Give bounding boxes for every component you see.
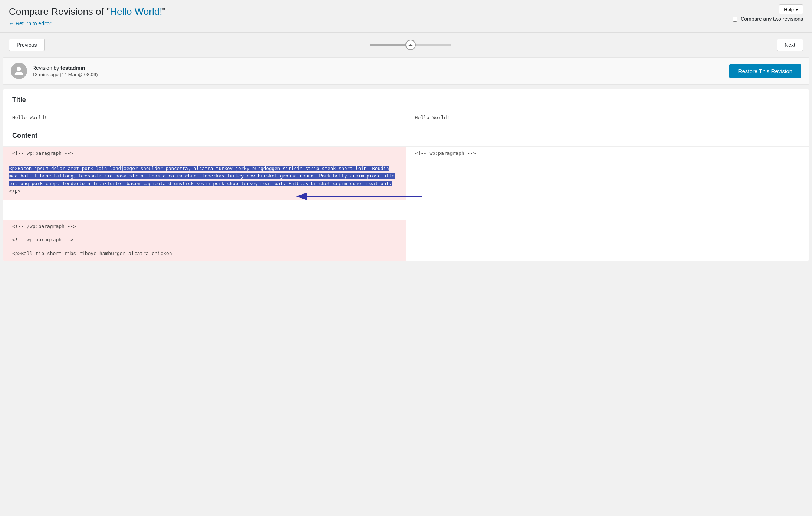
ball-right <box>406 247 809 261</box>
title-section-header: Title <box>3 89 809 111</box>
comment1-row: <!-- wp:paragraph --> <!-- wp:paragraph … <box>3 147 809 160</box>
revision-nav-bar: Previous ◂▸ Next <box>0 32 812 57</box>
compare-any-two-label: Compare any two revisions <box>740 16 803 22</box>
title-right-value: Hello World! <box>406 111 809 125</box>
comment2-left-text: <!-- /wp:paragraph --> <box>3 220 406 233</box>
next-button[interactable]: Next <box>777 39 803 51</box>
comment3-right <box>406 233 809 247</box>
comment3-left: <!-- wp:paragraph --> <box>3 233 406 247</box>
comment3-left-text: <!-- wp:paragraph --> <box>3 233 406 247</box>
ball-left: <p>Ball tip short ribs ribeye hamburger … <box>3 247 406 261</box>
ball-right-empty <box>406 247 809 253</box>
comment2-right <box>406 220 809 233</box>
slider-thumb[interactable]: ◂▸ <box>405 40 416 50</box>
revision-slider-track[interactable]: ◂▸ <box>370 44 451 46</box>
title-diff-row: Hello World! Hello World! <box>3 111 809 125</box>
title-left-col: Hello World! <box>3 111 406 125</box>
deleted-paragraph-block: <p>Bacon ipsum dolor amet pork loin land… <box>3 160 406 200</box>
paragraph-left-col: <p>Bacon ipsum dolor amet pork loin land… <box>3 160 406 220</box>
comment1-right-text: <!-- wp:paragraph --> <box>406 147 809 160</box>
comment2-row: <!-- /wp:paragraph --> <box>3 220 809 233</box>
title-right-col: Hello World! <box>406 111 809 125</box>
deleted-paragraph-text: <p>Bacon ipsum dolor amet pork loin land… <box>9 166 395 186</box>
revision-info: Revision by testadmin 13 mins ago (14 Ma… <box>11 63 98 79</box>
comment3-row: <!-- wp:paragraph --> <box>3 233 809 247</box>
revision-time: 13 mins ago (14 Mar @ 08:09) <box>32 72 98 77</box>
help-label: Help <box>784 7 794 12</box>
slider-arrows-icon: ◂▸ <box>408 42 413 48</box>
compare-any-two-checkbox[interactable] <box>733 17 737 22</box>
chevron-down-icon: ▾ <box>796 7 798 12</box>
post-title-link[interactable]: Hello World! <box>110 6 162 17</box>
avatar <box>11 63 27 79</box>
ball-row: <p>Ball tip short ribs ribeye hamburger … <box>3 247 809 261</box>
comment1-right: <!-- wp:paragraph --> <box>406 147 809 160</box>
paragraph-right-col <box>406 160 809 220</box>
comment2-left: <!-- /wp:paragraph --> <box>3 220 406 233</box>
comment2-right-text <box>406 220 809 226</box>
revision-text: Revision by testadmin 13 mins ago (14 Ma… <box>32 65 98 77</box>
revision-slider-container: ◂▸ <box>45 44 777 46</box>
revision-by: Revision by testadmin <box>32 65 98 71</box>
top-header: Help ▾ Compare Revisions of "Hello World… <box>0 0 812 26</box>
compare-any-two-area: Compare any two revisions <box>733 16 803 22</box>
diff-container: Title Hello World! Hello World! Content … <box>3 89 809 261</box>
page-title: Compare Revisions of "Hello World!" <box>9 6 803 17</box>
slider-fill-left <box>370 44 411 46</box>
slider-fill-right <box>411 44 451 46</box>
comment3-right-empty <box>406 233 809 239</box>
help-button[interactable]: Help ▾ <box>779 4 803 14</box>
return-to-editor-link[interactable]: Return to editor <box>9 20 51 26</box>
comment1-left: <!-- wp:paragraph --> <box>3 147 406 160</box>
ball-left-text: <p>Ball tip short ribs ribeye hamburger … <box>3 247 406 261</box>
paragraph-diff-row: <p>Bacon ipsum dolor amet pork loin land… <box>3 160 809 220</box>
comment1-left-text: <!-- wp:paragraph --> <box>3 147 406 160</box>
title-left-value: Hello World! <box>3 111 406 125</box>
previous-button[interactable]: Previous <box>9 39 45 51</box>
restore-revision-button[interactable]: Restore This Revision <box>729 64 801 78</box>
user-avatar-icon <box>14 66 24 76</box>
content-section-header: Content <box>3 125 809 147</box>
revision-info-bar: Revision by testadmin 13 mins ago (14 Ma… <box>3 57 809 85</box>
revision-author: testadmin <box>60 65 85 71</box>
deleted-close-tag: </p> <box>9 188 20 194</box>
